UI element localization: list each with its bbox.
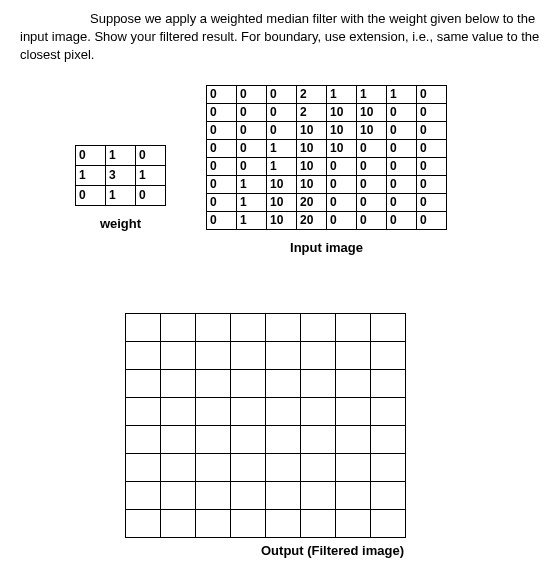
cell: 10 — [267, 193, 297, 211]
cell — [161, 481, 196, 509]
cell: 10 — [297, 139, 327, 157]
cell: 0 — [327, 193, 357, 211]
cell: 0 — [357, 139, 387, 157]
weight-label: weight — [75, 216, 166, 231]
cell: 0 — [76, 145, 106, 165]
cell — [266, 369, 301, 397]
cell — [371, 369, 406, 397]
cell — [126, 481, 161, 509]
cell — [301, 369, 336, 397]
cell — [266, 425, 301, 453]
table-row — [126, 313, 406, 341]
cell — [301, 313, 336, 341]
cell: 0 — [237, 103, 267, 121]
cell: 1 — [106, 185, 136, 205]
cell — [196, 425, 231, 453]
table-row: 0 0 1 10 0 0 0 0 — [207, 157, 447, 175]
cell — [336, 453, 371, 481]
problem-prompt: Suppose we apply a weighted median filte… — [20, 10, 540, 65]
cell: 0 — [387, 121, 417, 139]
cell — [161, 369, 196, 397]
table-row: 0 0 0 10 10 10 0 0 — [207, 121, 447, 139]
cell — [371, 481, 406, 509]
output-section: Output (Filtered image) — [125, 313, 540, 558]
cell: 10 — [297, 121, 327, 139]
table-row: 0 1 0 — [76, 185, 166, 205]
cell — [301, 481, 336, 509]
cell: 0 — [207, 193, 237, 211]
cell: 0 — [267, 121, 297, 139]
input-image-label: Input image — [206, 240, 447, 255]
cell — [231, 425, 266, 453]
cell — [336, 509, 371, 537]
cell — [161, 313, 196, 341]
cell: 0 — [417, 157, 447, 175]
cell: 2 — [297, 103, 327, 121]
table-row — [126, 481, 406, 509]
table-row: 0 0 0 2 10 10 0 0 — [207, 103, 447, 121]
cell: 0 — [417, 139, 447, 157]
weight-section: 0 1 0 1 3 1 0 1 0 weight — [75, 145, 166, 231]
cell: 0 — [327, 157, 357, 175]
cell — [336, 397, 371, 425]
cell: 0 — [327, 175, 357, 193]
table-row: 0 1 0 — [76, 145, 166, 165]
cell: 2 — [297, 85, 327, 103]
cell: 3 — [106, 165, 136, 185]
cell: 0 — [387, 211, 417, 229]
cell: 20 — [297, 211, 327, 229]
cell: 0 — [387, 175, 417, 193]
cell: 1 — [237, 175, 267, 193]
cell: 0 — [237, 157, 267, 175]
cell: 0 — [327, 211, 357, 229]
cell — [161, 509, 196, 537]
cell: 0 — [387, 103, 417, 121]
cell — [126, 313, 161, 341]
cell: 0 — [207, 121, 237, 139]
cell: 1 — [387, 85, 417, 103]
input-image-table: 0 0 0 2 1 1 1 0 0 0 0 2 10 10 0 0 0 — [206, 85, 447, 230]
cell — [336, 481, 371, 509]
cell: 10 — [267, 175, 297, 193]
cell: 0 — [387, 139, 417, 157]
cell — [336, 313, 371, 341]
cell: 0 — [417, 85, 447, 103]
cell: 1 — [76, 165, 106, 185]
cell — [301, 341, 336, 369]
output-label: Output (Filtered image) — [125, 543, 540, 558]
cell: 10 — [327, 139, 357, 157]
cell: 10 — [267, 211, 297, 229]
cell: 10 — [327, 121, 357, 139]
cell — [371, 425, 406, 453]
cell — [126, 341, 161, 369]
cell — [126, 369, 161, 397]
output-table — [125, 313, 406, 538]
table-row — [126, 425, 406, 453]
cell: 1 — [267, 157, 297, 175]
cell — [196, 481, 231, 509]
table-row — [126, 369, 406, 397]
cell: 1 — [136, 165, 166, 185]
cell — [161, 341, 196, 369]
cell: 10 — [297, 157, 327, 175]
cell: 1 — [267, 139, 297, 157]
table-row: 0 1 10 20 0 0 0 0 — [207, 193, 447, 211]
cell — [266, 509, 301, 537]
table-row — [126, 397, 406, 425]
cell — [371, 509, 406, 537]
cell — [266, 481, 301, 509]
cell — [231, 397, 266, 425]
cell — [231, 509, 266, 537]
cell: 0 — [387, 157, 417, 175]
cell: 0 — [207, 211, 237, 229]
cell — [196, 509, 231, 537]
cell — [161, 425, 196, 453]
cell: 0 — [207, 175, 237, 193]
cell — [336, 369, 371, 397]
cell: 10 — [357, 103, 387, 121]
cell — [336, 425, 371, 453]
cell: 0 — [207, 103, 237, 121]
cell: 20 — [297, 193, 327, 211]
cell — [371, 453, 406, 481]
table-row: 0 0 0 2 1 1 1 0 — [207, 85, 447, 103]
